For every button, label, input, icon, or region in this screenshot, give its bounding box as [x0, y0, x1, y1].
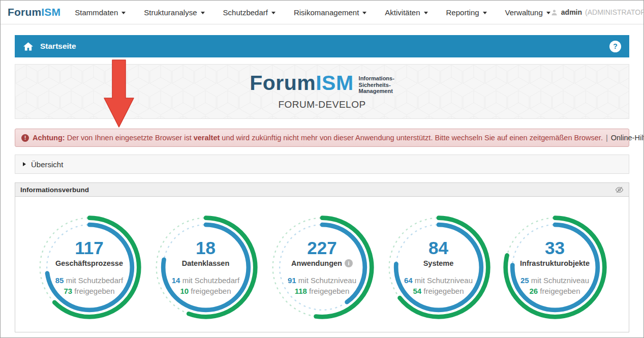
gauge-stats: 14 mit Schutzbedarf 10 freigegeben	[172, 275, 239, 296]
chevron-down-icon	[271, 12, 275, 14]
stat-line: 26 freigegeben	[520, 286, 589, 296]
stat-line: 54 freigegeben	[404, 286, 473, 296]
stat-line: 73 freigegeben	[55, 286, 123, 296]
gauge-stats: 64 mit Schutzniveau 54 freigegeben	[404, 275, 473, 296]
gauge-label-text: Anwendungen	[291, 259, 342, 267]
gauge-stats: 85 mit Schutzbedarf 73 freigegeben	[55, 275, 123, 296]
gauge-label: Geschäftsprozesse i	[55, 259, 123, 267]
gauge-center: 18 Datenklassen i 14 mit Schutzbedarf 10…	[152, 213, 260, 321]
gauge-total: 33	[545, 238, 565, 258]
stat-text: mit Schutzniveau	[531, 276, 589, 285]
product-tagline: Informations- Sicherheits- Management	[359, 75, 394, 95]
menu-label: Aktivitäten	[385, 8, 420, 17]
tagline-line: Informations-	[359, 75, 394, 82]
stat-value: 14	[172, 276, 180, 285]
app-logo[interactable]: ForumISM	[8, 6, 60, 18]
info-icon[interactable]: i	[345, 259, 353, 267]
browser-warning: ! Achtung: Der von Ihnen eingesetzte Bro…	[15, 129, 629, 147]
menu-reporting[interactable]: Reporting	[446, 8, 487, 17]
chevron-down-icon	[546, 12, 550, 14]
tagline-line: Sicherheits-	[359, 82, 394, 88]
stat-value: 25	[520, 276, 529, 285]
hero-brand-light: ISM	[316, 71, 353, 95]
user-name: admin	[561, 8, 582, 16]
stat-line: 91 mit Schutzniveau	[288, 275, 356, 286]
stat-line: 25 mit Schutzniveau	[520, 275, 589, 286]
stat-value: 73	[64, 287, 72, 295]
panel-title: Informationsverbund	[20, 186, 89, 194]
stat-text: mit Schutzbedarf	[182, 276, 240, 285]
stat-value: 85	[55, 276, 64, 285]
gauge-geschaeftsprozesse[interactable]: 117 Geschäftsprozesse i 85 mit Schutzbed…	[36, 213, 143, 321]
stat-value: 10	[180, 287, 189, 295]
app-window: ForumISM Stammdaten Strukturanalyse Schu…	[0, 0, 644, 338]
menu-stammdaten[interactable]: Stammdaten	[75, 8, 126, 17]
gauge-stats: 91 mit Schutzniveau 118 freigegeben	[288, 275, 356, 296]
chevron-down-icon	[362, 12, 366, 14]
gauge-center: 117 Geschäftsprozesse i 85 mit Schutzbed…	[36, 213, 143, 321]
user-menu[interactable]: admin (ADMINISTRATOR)	[550, 8, 644, 16]
main-content: Startseite ? ForumISM Informa	[1, 24, 643, 332]
informationsverbund-panel: Informationsverbund 117	[15, 182, 629, 332]
gauge-label-text: Datenklassen	[182, 259, 230, 267]
panel-header: Informationsverbund	[15, 183, 629, 197]
menu-label: Strukturanalyse	[144, 8, 197, 17]
stat-text: freigegeben	[74, 287, 114, 295]
exclamation-circle-icon: !	[21, 134, 29, 142]
nav-right: admin (ADMINISTRATOR)	[550, 4, 644, 21]
online-help-link[interactable]: Online-Hilfe	[611, 134, 644, 142]
stat-value: 91	[288, 276, 296, 285]
chevron-down-icon	[201, 12, 205, 14]
brand-part-light: ISM	[41, 6, 60, 18]
tagline-line: Management	[359, 88, 394, 95]
gauge-datenklassen[interactable]: 18 Datenklassen i 14 mit Schutzbedarf 10…	[152, 213, 260, 321]
stat-line: 14 mit Schutzbedarf	[172, 275, 239, 286]
environment-name: FORUM-DEVELOP	[278, 99, 365, 110]
warning-text: Der von Ihnen eingesetzte Browser ist	[67, 134, 192, 142]
stat-line: 85 mit Schutzbedarf	[55, 275, 123, 286]
gauge-total: 18	[196, 238, 216, 258]
menu-label: Reporting	[446, 8, 479, 17]
gauge-label-text: Systeme	[423, 259, 454, 267]
stat-value: 54	[413, 287, 421, 295]
top-navigation: ForumISM Stammdaten Strukturanalyse Schu…	[1, 1, 643, 24]
gauges-row: 117 Geschäftsprozesse i 85 mit Schutzbed…	[15, 197, 629, 321]
gauge-infrastrukturobjekte[interactable]: 33 Infrastrukturobjekte i 25 mit Schutzn…	[501, 213, 609, 321]
home-icon	[23, 41, 34, 52]
stat-text: freigegeben	[191, 287, 231, 295]
menu-schutzbedarf[interactable]: Schutzbedarf	[223, 8, 275, 17]
separator: |	[606, 134, 608, 142]
menu-strukturanalyse[interactable]: Strukturanalyse	[144, 8, 204, 17]
overview-toggle[interactable]: Übersicht	[15, 155, 629, 174]
menu-verwaltung[interactable]: Verwaltung	[505, 8, 550, 17]
stat-text: mit Schutzniveau	[298, 276, 356, 285]
overview-label: Übersicht	[31, 160, 63, 169]
stat-value: 64	[404, 276, 413, 285]
product-logo: ForumISM Informations- Sicherheits- Mana…	[250, 72, 394, 95]
menu-label: Schutzbedarf	[223, 8, 268, 17]
gauge-center: 227 Anwendungen i 91 mit Schutzniveau 11…	[268, 213, 376, 321]
gauge-center: 33 Infrastrukturobjekte i 25 mit Schutzn…	[501, 213, 609, 321]
hero-brand-dark: Forum	[250, 71, 316, 95]
stat-text: freigegeben	[309, 287, 349, 295]
stat-line: 10 freigegeben	[172, 286, 239, 296]
gauge-label: Anwendungen i	[291, 259, 353, 267]
gauge-label: Datenklassen i	[182, 259, 230, 267]
help-button[interactable]: ?	[609, 41, 621, 52]
gauge-anwendungen[interactable]: 227 Anwendungen i 91 mit Schutzniveau 11…	[268, 213, 376, 321]
menu-aktivitaeten[interactable]: Aktivitäten	[385, 8, 427, 17]
menu-risikomanagement[interactable]: Risikomanagement	[294, 8, 366, 17]
gauge-label-text: Infrastrukturobjekte	[520, 259, 590, 267]
gauge-systeme[interactable]: 84 Systeme i 64 mit Schutzniveau 54 frei…	[385, 213, 493, 321]
page-title: Startseite	[40, 42, 76, 51]
stat-text: freigegeben	[540, 287, 580, 295]
stat-value: 118	[295, 287, 307, 295]
menu-label: Risikomanagement	[294, 8, 359, 17]
warning-label: Achtung:	[33, 134, 65, 142]
menu-label: Stammdaten	[75, 8, 118, 17]
gauge-label-text: Geschäftsprozesse	[55, 259, 123, 267]
annotation-arrow	[104, 59, 134, 128]
eye-slash-icon[interactable]	[615, 186, 624, 194]
menu-label: Verwaltung	[505, 8, 543, 17]
brand-part-dark: Forum	[8, 6, 41, 18]
